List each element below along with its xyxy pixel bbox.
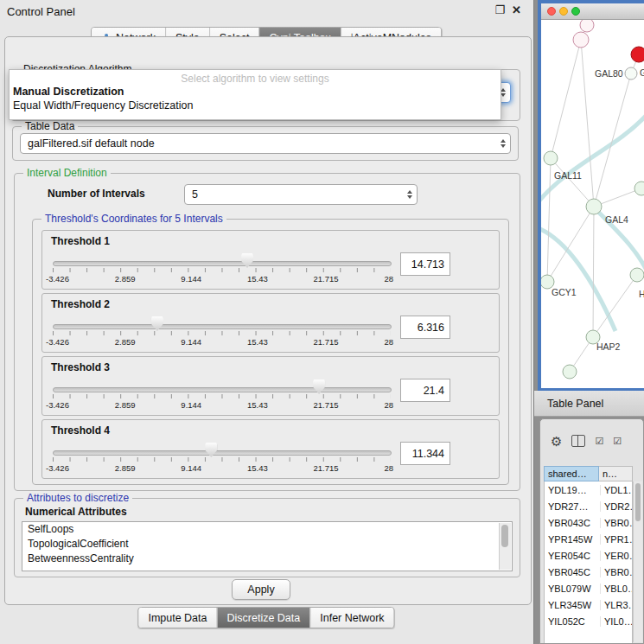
network-titlebar[interactable] [541, 3, 644, 20]
column-header-name[interactable]: n… [599, 466, 633, 481]
interval-definition-label: Interval Definition [23, 167, 111, 179]
select-none-checkbox-icon[interactable]: ☑ [613, 437, 622, 446]
list-item[interactable]: SelfLoops [22, 522, 512, 537]
table-data-label: Table Data [22, 120, 78, 132]
slider-track[interactable] [53, 450, 392, 456]
threshold-panel: Threshold 2 -3.4262.8599.14415.4321.7152… [41, 293, 500, 353]
node-label: GAL4 [605, 214, 628, 225]
network-edge[interactable] [581, 40, 594, 207]
table-row[interactable]: YIL052CYIL0… [545, 613, 632, 629]
table-row[interactable]: YBR045CYBR0… [545, 564, 632, 580]
list-scrollbar[interactable] [499, 523, 511, 570]
node-label: GAL11 [554, 170, 582, 181]
table-row[interactable]: YER054CYER0… [545, 547, 632, 564]
apply-button[interactable]: Apply [232, 579, 290, 600]
popup-hint: Select algorithm to view settings [10, 73, 501, 85]
network-node[interactable] [630, 268, 644, 282]
network-node[interactable] [634, 182, 644, 195]
threshold-panel: Threshold 4 -3.4262.8599.14415.4321.7152… [41, 419, 500, 479]
network-edge[interactable] [547, 158, 551, 282]
threshold-value-field[interactable]: 11.344 [400, 442, 450, 465]
tick-label: 2.859 [115, 463, 136, 473]
slider-track[interactable] [53, 324, 392, 329]
column-header-shared-name[interactable]: shared… [544, 466, 599, 481]
table-panel-header[interactable]: Table Panel [534, 391, 644, 417]
tab-discretize-data[interactable]: Discretize Data [217, 608, 310, 628]
tick-label: 9.144 [181, 463, 201, 473]
tab-impute-data[interactable]: Impute Data [138, 608, 216, 628]
numerical-attributes-label: Numerical Attributes [25, 506, 127, 518]
num-intervals-combobox[interactable]: 5 [184, 184, 418, 205]
table-data-group: Table Data galFiltered.sif default node [12, 126, 519, 161]
tab-label: Discretize Data [227, 612, 301, 624]
table-data-combobox[interactable]: galFiltered.sif default node [20, 133, 511, 154]
network-canvas[interactable]: GAL80GAGAL11GAL4GCY1HAP2H [541, 20, 644, 388]
attributes-listbox[interactable]: SelfLoopsTopologicalCoefficientBetweenne… [22, 521, 513, 571]
select-all-checkbox-icon[interactable]: ☑ [595, 437, 603, 446]
table-scrollbar[interactable] [633, 481, 642, 642]
tick-label: 9.144 [181, 274, 201, 284]
num-intervals-value: 5 [192, 188, 198, 201]
minimize-traffic-light-icon[interactable] [559, 7, 568, 16]
node-label: GCY1 [552, 287, 577, 297]
list-item[interactable]: TopologicalCoefficient [22, 537, 512, 552]
tick-label: 28 [384, 274, 393, 284]
table-toolbar: ⚙ ☑ ☑ [540, 431, 643, 450]
table-row[interactable]: YBL079WYBL0… [545, 580, 632, 596]
table-body: YDL19…YDL1…YDR27…YDR2…YBR043CYBR0…YPR145… [544, 481, 633, 643]
tick-label: 2.859 [115, 274, 136, 284]
list-item[interactable]: BetweennessCentrality [22, 552, 512, 566]
titlebar: Control Panel ❐ ✕ [0, 0, 533, 22]
float-window-icon[interactable]: ❐ [494, 3, 505, 16]
table-row[interactable]: YPR145WYPR1… [545, 531, 632, 547]
table-row[interactable]: YLR345WYLR3… [545, 596, 632, 613]
network-view-window: GAL80GAGAL11GAL4GCY1HAP2H [538, 0, 644, 391]
thresholds-group-label: Threshold's Coordinates for 5 Intervals [41, 213, 226, 225]
tick-label: 9.144 [181, 400, 201, 410]
bottom-tab-bar: Impute Data Discretize Data Infer Networ… [137, 607, 394, 628]
popup-option-equal-width[interactable]: Equal Width/Frequency Discretization [10, 99, 501, 112]
threshold-value-field[interactable]: 14.713 [400, 252, 450, 276]
network-node[interactable] [573, 32, 589, 48]
network-edge[interactable] [594, 73, 631, 207]
network-node[interactable] [563, 365, 577, 379]
network-edge[interactable] [547, 207, 594, 282]
slider-scale: -3.4262.8599.14415.4321.71528 [46, 400, 393, 410]
tick-label: 28 [384, 463, 393, 473]
tab-infer-network[interactable]: Infer Network [309, 608, 393, 628]
threshold-value-field[interactable]: 21.4 [400, 379, 450, 402]
network-edge[interactable] [593, 207, 594, 337]
window-title: Control Panel [7, 5, 75, 18]
table-row[interactable]: YBR043CYBR0… [545, 514, 632, 531]
node-label: GAL80 [595, 68, 623, 79]
slider-ticks [53, 331, 391, 335]
network-node[interactable] [586, 199, 602, 214]
network-edge[interactable] [551, 40, 581, 158]
attributes-group-label: Attributes to discretize [23, 492, 132, 504]
network-node[interactable] [580, 20, 594, 32]
columns-icon[interactable] [571, 435, 585, 447]
combo-arrows-icon [501, 139, 506, 148]
tick-label: 21.715 [314, 400, 339, 410]
threshold-label: Threshold 1 [51, 235, 110, 247]
gear-icon[interactable]: ⚙ [551, 435, 562, 448]
close-icon[interactable]: ✕ [512, 3, 521, 16]
table-row[interactable]: YDL19…YDL1… [545, 481, 632, 498]
table-row[interactable]: YDR27…YDR2… [545, 498, 632, 514]
slider-scale: -3.4262.8599.14415.4321.71528 [46, 463, 393, 473]
interval-definition-group: Interval Definition Number of Intervals … [14, 173, 520, 491]
zoom-traffic-light-icon[interactable] [571, 7, 580, 16]
slider-ticks [53, 268, 391, 272]
popup-option-manual[interactable]: Manual Discretization [10, 85, 501, 99]
tab-label: Infer Network [320, 612, 384, 624]
threshold-value-field[interactable]: 6.316 [400, 316, 450, 339]
network-node[interactable] [631, 47, 644, 62]
close-traffic-light-icon[interactable] [547, 7, 556, 16]
network-node[interactable] [544, 151, 558, 165]
slider-track[interactable] [53, 261, 392, 266]
slider-ticks [53, 457, 391, 462]
node-label: HAP2 [596, 341, 621, 352]
network-node[interactable] [625, 67, 637, 80]
slider-track[interactable] [53, 387, 392, 392]
node-label: GA [640, 67, 644, 78]
